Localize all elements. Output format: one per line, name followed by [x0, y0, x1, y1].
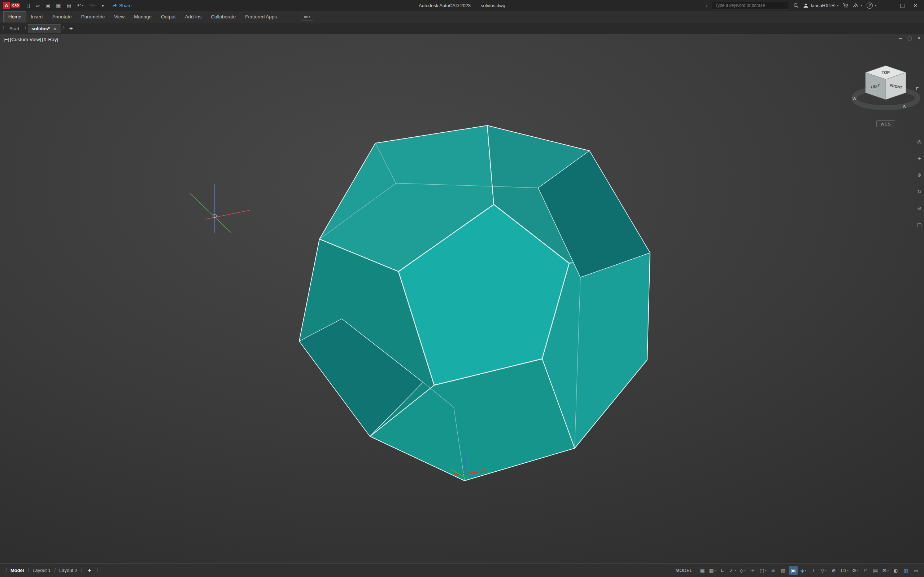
ribbon-tab-output[interactable]: Output [156, 11, 181, 22]
ribbon-tab-featured-apps[interactable]: Featured Apps [241, 11, 281, 22]
selection-cycling-toggle[interactable]: ▣ [789, 566, 798, 575]
polar-tracking-toggle[interactable]: ∠▾ [728, 566, 737, 575]
dynamic-ucs-toggle[interactable]: ⊥ [809, 566, 818, 575]
autocad-logo-icon: A [3, 2, 10, 9]
new-file-button[interactable]: ▯ [25, 2, 32, 9]
ribbon-state-icon: ▭ [304, 15, 307, 19]
ribbon-tab-home[interactable]: Home [3, 11, 26, 22]
status-bar: /Model/Layout 1/Layout 2/+/ MODEL ▦▨▾∟∠▾… [0, 563, 924, 577]
ribbon-tab-parametric[interactable]: Parametric [76, 11, 109, 22]
compass-south-label[interactable]: S [903, 105, 906, 109]
ucs-selector-button[interactable]: WCS [876, 121, 895, 127]
share-icon [112, 3, 117, 8]
transparency-icon: ▧ [781, 567, 785, 574]
autodesk-apps-button[interactable]: ▾ [853, 3, 862, 8]
plot-icon: ▤ [66, 3, 71, 8]
minimize-button[interactable]: – [883, 0, 896, 11]
grid-display-toggle[interactable]: ▦ [698, 566, 707, 575]
window-controls: – □ × [883, 0, 922, 11]
showmotion-button[interactable]: ▢ [917, 221, 921, 228]
signed-in-user-button[interactable]: lancaHXTR ▾ [803, 3, 838, 8]
search-box[interactable] [712, 2, 789, 10]
search-icon[interactable] [793, 3, 799, 8]
annotation-monitor-icon: ⚐ [863, 567, 867, 574]
selection-filtering-toggle[interactable]: ▽▾ [819, 566, 828, 575]
viewcube-top-label[interactable]: TOP [882, 70, 890, 75]
file-tab-start[interactable]: Start [6, 24, 23, 33]
undo-button[interactable]: ↶▾ [75, 2, 86, 9]
ribbon-tab-insert[interactable]: Insert [26, 11, 48, 22]
tab-separator: / [24, 26, 26, 31]
annotation-monitor-toggle[interactable]: ⚐ [861, 566, 870, 575]
visual-style-control[interactable]: [X-Ray] [42, 37, 58, 42]
view-control[interactable]: [Custom View] [10, 37, 41, 42]
username-label: lancaHXTR [811, 3, 835, 8]
ribbon-tab-collaborate[interactable]: Collaborate [206, 11, 241, 22]
redo-button[interactable]: ↷▾ [87, 2, 98, 9]
app-menu-button[interactable]: A CAD [3, 2, 20, 9]
lock-ui-button[interactable]: ⊠▾ [881, 566, 890, 575]
zoom-button[interactable]: ⊕ [917, 172, 921, 178]
gizmo-toggle[interactable]: ⊕ [829, 566, 838, 575]
graphics-performance-toggle[interactable]: ▥ [901, 566, 910, 575]
tab-separator: / [27, 567, 29, 574]
help-icon: ? [867, 3, 873, 9]
snap-mode-toggle[interactable]: ▨▾ [708, 566, 717, 575]
viewport-menu-control[interactable]: [−] [3, 37, 9, 42]
annotation-scale-button[interactable]: 1:1▾ [839, 566, 850, 575]
model-viewport[interactable]: [−] [Custom View] [X-Ray] – ▢ × W S E TO… [0, 34, 924, 563]
transparency-toggle[interactable]: ▧ [779, 566, 788, 575]
ribbon-display-toggle[interactable]: ▭ ▾ [301, 13, 313, 21]
qat-customize-button[interactable]: ▾ [99, 2, 106, 9]
close-button[interactable]: × [909, 0, 922, 11]
maximize-button[interactable]: □ [896, 0, 909, 11]
plot-button[interactable]: ▤ [64, 2, 73, 9]
help-button[interactable]: ? ▾ [867, 3, 876, 9]
layout-tab-layout-1[interactable]: Layout 1 [31, 567, 52, 573]
tab-separator: / [63, 26, 64, 31]
space-indicator[interactable]: MODEL [675, 568, 692, 573]
viewport-close-icon[interactable]: × [918, 35, 921, 41]
ortho-mode-toggle[interactable]: ∟ [718, 566, 727, 575]
3d-scene[interactable] [0, 34, 924, 563]
steering-button[interactable]: ⊖ [917, 205, 921, 211]
navigation-wheel-button[interactable]: ◎ [917, 139, 921, 145]
viewport-restore-icon[interactable]: ▢ [908, 35, 912, 41]
viewcube[interactable]: W S E TOP FRONT LEFT [842, 56, 924, 124]
pan-button[interactable]: + [917, 155, 921, 161]
3d-object-snap-toggle[interactable]: ◈▾ [799, 566, 808, 575]
isolate-objects-button[interactable]: ◐ [891, 566, 900, 575]
share-button[interactable]: Share [112, 3, 132, 8]
share-label: Share [119, 3, 132, 8]
file-tab-close-icon[interactable]: × [53, 26, 57, 31]
orbit-button[interactable]: ↻ [917, 188, 921, 195]
compass-east-label[interactable]: E [916, 87, 919, 91]
new-drawing-tab-button[interactable]: + [68, 25, 74, 32]
quick-properties-toggle[interactable]: ▤ [871, 566, 880, 575]
ribbon-tab-view[interactable]: View [109, 11, 129, 22]
lineweight-toggle[interactable]: ≡ [769, 566, 777, 575]
help-menu-caret-icon: ▾ [875, 4, 876, 7]
ribbon-tab-manage[interactable]: Manage [129, 11, 156, 22]
new-layout-button[interactable]: + [86, 567, 93, 574]
ribbon-tab-annotate[interactable]: Annotate [48, 11, 76, 22]
clean-screen-button[interactable]: ▭ [911, 566, 921, 575]
save-button[interactable]: ▣ [43, 2, 52, 9]
compass-west-label[interactable]: W [853, 97, 856, 101]
save-as-button[interactable]: ▦ [54, 2, 63, 9]
layout-tab-model[interactable]: Model [9, 567, 26, 573]
object-snap-toggle[interactable]: ▢▾ [758, 566, 767, 575]
ribbon-tab-bar: HomeInsertAnnotateParametricViewManageOu… [0, 11, 924, 23]
workspace-switching-button[interactable]: ⚙▾ [851, 566, 860, 575]
showmotion-icon: ▢ [917, 222, 921, 227]
file-tab-solidos[interactable]: solidos*× [28, 24, 60, 33]
app-store-cart-icon[interactable] [843, 3, 848, 8]
open-file-button[interactable]: ▱ [34, 2, 42, 9]
layout-tab-layout-2[interactable]: Layout 2 [57, 567, 79, 573]
osnap-tracking-toggle[interactable]: + [748, 566, 757, 575]
search-input[interactable] [715, 3, 786, 8]
viewport-minimize-icon[interactable]: – [899, 35, 901, 41]
ribbon-tab-add-ins[interactable]: Add-ins [180, 11, 206, 22]
isodraft-toggle[interactable]: ◇▾ [738, 566, 747, 575]
infocenter-expand-icon[interactable]: › [706, 3, 708, 8]
